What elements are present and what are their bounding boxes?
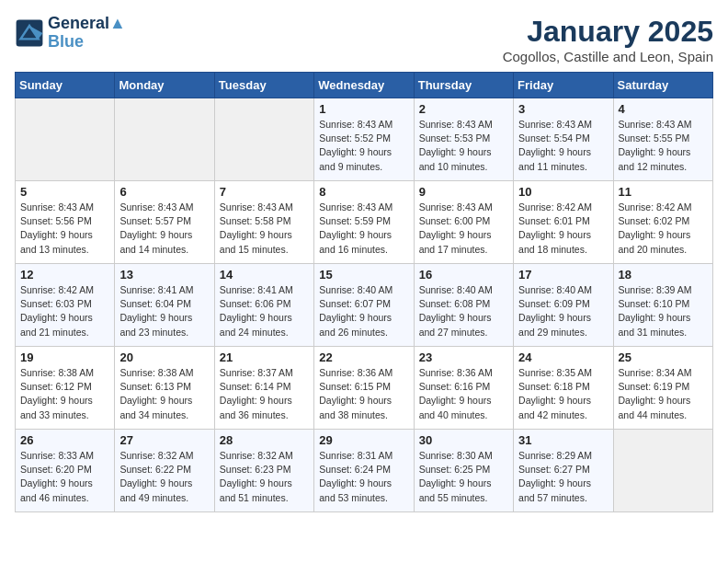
day-info: Sunrise: 8:42 AM Sunset: 6:03 PM Dayligh…: [20, 283, 109, 339]
day-number: 3: [518, 102, 608, 116]
day-info: Sunrise: 8:43 AM Sunset: 5:58 PM Dayligh…: [220, 201, 309, 257]
calendar-week-row: 19Sunrise: 8:38 AM Sunset: 6:12 PM Dayli…: [16, 347, 713, 430]
day-number: 21: [220, 350, 309, 364]
weekday-header: Sunday: [16, 73, 115, 98]
calendar-day-cell: 11Sunrise: 8:42 AM Sunset: 6:02 PM Dayli…: [613, 181, 712, 264]
day-number: 1: [319, 102, 408, 116]
day-number: 17: [518, 268, 608, 282]
calendar-day-cell: 22Sunrise: 8:36 AM Sunset: 6:15 PM Dayli…: [314, 347, 414, 430]
day-info: Sunrise: 8:38 AM Sunset: 6:12 PM Dayligh…: [20, 366, 109, 422]
page-header: General▲ Blue January 2025 Cogollos, Cas…: [15, 15, 713, 64]
weekday-header-row: SundayMondayTuesdayWednesdayThursdayFrid…: [16, 73, 713, 98]
day-number: 23: [419, 350, 508, 364]
title-block: January 2025 Cogollos, Castille and Leon…: [503, 15, 713, 64]
day-number: 5: [20, 185, 109, 199]
calendar-day-cell: 2Sunrise: 8:43 AM Sunset: 5:53 PM Daylig…: [414, 98, 513, 181]
day-number: 19: [20, 350, 109, 364]
day-info: Sunrise: 8:42 AM Sunset: 6:01 PM Dayligh…: [518, 201, 608, 257]
calendar-day-cell: [115, 98, 214, 181]
day-info: Sunrise: 8:36 AM Sunset: 6:16 PM Dayligh…: [419, 366, 508, 422]
day-info: Sunrise: 8:43 AM Sunset: 5:57 PM Dayligh…: [119, 201, 209, 257]
day-info: Sunrise: 8:37 AM Sunset: 6:14 PM Dayligh…: [220, 366, 309, 422]
calendar-day-cell: 7Sunrise: 8:43 AM Sunset: 5:58 PM Daylig…: [214, 181, 313, 264]
calendar-day-cell: 27Sunrise: 8:32 AM Sunset: 6:22 PM Dayli…: [115, 430, 214, 512]
calendar-subtitle: Cogollos, Castille and Leon, Spain: [503, 49, 713, 64]
day-info: Sunrise: 8:41 AM Sunset: 6:06 PM Dayligh…: [220, 283, 309, 339]
calendar-day-cell: 26Sunrise: 8:33 AM Sunset: 6:20 PM Dayli…: [16, 430, 115, 512]
calendar-day-cell: [214, 98, 313, 181]
day-number: 10: [518, 185, 608, 199]
calendar-week-row: 26Sunrise: 8:33 AM Sunset: 6:20 PM Dayli…: [16, 430, 713, 512]
day-info: Sunrise: 8:40 AM Sunset: 6:07 PM Dayligh…: [319, 283, 408, 339]
calendar-day-cell: [16, 98, 115, 181]
day-info: Sunrise: 8:43 AM Sunset: 5:52 PM Dayligh…: [319, 118, 408, 174]
calendar-day-cell: 24Sunrise: 8:35 AM Sunset: 6:18 PM Dayli…: [514, 347, 613, 430]
calendar-day-cell: 23Sunrise: 8:36 AM Sunset: 6:16 PM Dayli…: [414, 347, 513, 430]
calendar-day-cell: 25Sunrise: 8:34 AM Sunset: 6:19 PM Dayli…: [613, 347, 712, 430]
day-info: Sunrise: 8:29 AM Sunset: 6:27 PM Dayligh…: [518, 449, 608, 505]
calendar-day-cell: 12Sunrise: 8:42 AM Sunset: 6:03 PM Dayli…: [16, 264, 115, 347]
calendar-day-cell: 9Sunrise: 8:43 AM Sunset: 6:00 PM Daylig…: [414, 181, 513, 264]
day-info: Sunrise: 8:34 AM Sunset: 6:19 PM Dayligh…: [619, 366, 708, 422]
day-number: 28: [220, 433, 309, 447]
weekday-header: Monday: [115, 73, 214, 98]
day-info: Sunrise: 8:43 AM Sunset: 5:53 PM Dayligh…: [419, 118, 508, 174]
day-info: Sunrise: 8:43 AM Sunset: 6:00 PM Dayligh…: [419, 201, 508, 257]
weekday-header: Tuesday: [214, 73, 313, 98]
day-number: 31: [518, 433, 608, 447]
day-number: 2: [419, 102, 508, 116]
logo-icon: [15, 18, 44, 48]
day-number: 8: [319, 185, 408, 199]
day-number: 6: [119, 185, 209, 199]
day-number: 15: [319, 268, 408, 282]
calendar-day-cell: 16Sunrise: 8:40 AM Sunset: 6:08 PM Dayli…: [414, 264, 513, 347]
logo-text: General▲ Blue: [48, 15, 126, 52]
day-info: Sunrise: 8:35 AM Sunset: 6:18 PM Dayligh…: [518, 366, 608, 422]
day-info: Sunrise: 8:30 AM Sunset: 6:25 PM Dayligh…: [419, 449, 508, 505]
calendar-week-row: 12Sunrise: 8:42 AM Sunset: 6:03 PM Dayli…: [16, 264, 713, 347]
calendar-day-cell: 8Sunrise: 8:43 AM Sunset: 5:59 PM Daylig…: [314, 181, 414, 264]
day-number: 9: [419, 185, 508, 199]
day-number: 29: [319, 433, 408, 447]
calendar-title: January 2025: [503, 15, 713, 49]
calendar-day-cell: 1Sunrise: 8:43 AM Sunset: 5:52 PM Daylig…: [314, 98, 414, 181]
day-info: Sunrise: 8:43 AM Sunset: 5:55 PM Dayligh…: [619, 118, 708, 174]
day-info: Sunrise: 8:43 AM Sunset: 5:56 PM Dayligh…: [20, 201, 109, 257]
day-number: 12: [20, 268, 109, 282]
day-number: 14: [220, 268, 309, 282]
day-info: Sunrise: 8:32 AM Sunset: 6:23 PM Dayligh…: [220, 449, 309, 505]
day-info: Sunrise: 8:43 AM Sunset: 5:54 PM Dayligh…: [518, 118, 608, 174]
calendar-day-cell: 20Sunrise: 8:38 AM Sunset: 6:13 PM Dayli…: [115, 347, 214, 430]
calendar-day-cell: 29Sunrise: 8:31 AM Sunset: 6:24 PM Dayli…: [314, 430, 414, 512]
day-number: 16: [419, 268, 508, 282]
calendar-week-row: 1Sunrise: 8:43 AM Sunset: 5:52 PM Daylig…: [16, 98, 713, 181]
day-info: Sunrise: 8:38 AM Sunset: 6:13 PM Dayligh…: [119, 366, 209, 422]
calendar-day-cell: 3Sunrise: 8:43 AM Sunset: 5:54 PM Daylig…: [514, 98, 613, 181]
weekday-header: Saturday: [613, 73, 712, 98]
calendar-week-row: 5Sunrise: 8:43 AM Sunset: 5:56 PM Daylig…: [16, 181, 713, 264]
day-info: Sunrise: 8:31 AM Sunset: 6:24 PM Dayligh…: [319, 449, 408, 505]
calendar-day-cell: 28Sunrise: 8:32 AM Sunset: 6:23 PM Dayli…: [214, 430, 313, 512]
day-number: 11: [619, 185, 708, 199]
day-number: 24: [518, 350, 608, 364]
weekday-header: Wednesday: [314, 73, 414, 98]
day-number: 20: [119, 350, 209, 364]
day-info: Sunrise: 8:40 AM Sunset: 6:08 PM Dayligh…: [419, 283, 508, 339]
day-number: 22: [319, 350, 408, 364]
day-info: Sunrise: 8:36 AM Sunset: 6:15 PM Dayligh…: [319, 366, 408, 422]
day-info: Sunrise: 8:40 AM Sunset: 6:09 PM Dayligh…: [518, 283, 608, 339]
day-info: Sunrise: 8:39 AM Sunset: 6:10 PM Dayligh…: [619, 283, 708, 339]
day-number: 4: [619, 102, 708, 116]
calendar-day-cell: [613, 430, 712, 512]
calendar-day-cell: 19Sunrise: 8:38 AM Sunset: 6:12 PM Dayli…: [16, 347, 115, 430]
calendar-day-cell: 10Sunrise: 8:42 AM Sunset: 6:01 PM Dayli…: [514, 181, 613, 264]
day-info: Sunrise: 8:42 AM Sunset: 6:02 PM Dayligh…: [619, 201, 708, 257]
calendar-day-cell: 14Sunrise: 8:41 AM Sunset: 6:06 PM Dayli…: [214, 264, 313, 347]
calendar-day-cell: 13Sunrise: 8:41 AM Sunset: 6:04 PM Dayli…: [115, 264, 214, 347]
calendar-day-cell: 5Sunrise: 8:43 AM Sunset: 5:56 PM Daylig…: [16, 181, 115, 264]
day-number: 30: [419, 433, 508, 447]
calendar-table: SundayMondayTuesdayWednesdayThursdayFrid…: [15, 72, 713, 512]
day-number: 26: [20, 433, 109, 447]
logo: General▲ Blue: [15, 15, 126, 52]
day-info: Sunrise: 8:41 AM Sunset: 6:04 PM Dayligh…: [119, 283, 209, 339]
